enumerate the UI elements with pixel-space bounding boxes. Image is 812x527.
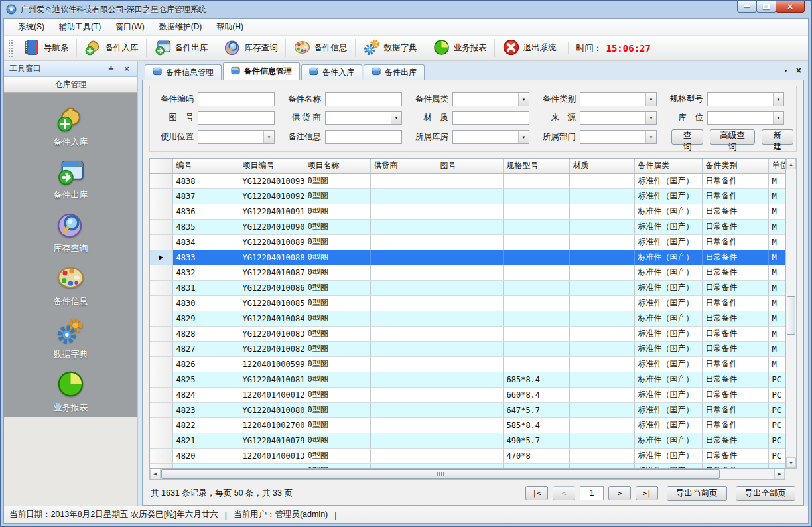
toolbar-button-inbound[interactable]: 备件入库: [78, 37, 145, 60]
field-input[interactable]: [198, 92, 275, 106]
toolbar-button-query[interactable]: 库存查询: [218, 37, 284, 60]
query-button[interactable]: 查询: [671, 129, 703, 145]
column-header[interactable]: 项目编号: [239, 159, 304, 173]
toolbar-button-outbound[interactable]: 备件出库: [148, 37, 214, 60]
field-select[interactable]: ▼: [452, 130, 529, 144]
column-header[interactable]: 备件属类: [634, 159, 702, 173]
scroll-down-icon[interactable]: ▼: [786, 457, 796, 468]
scroll-left-icon[interactable]: ◀: [150, 469, 161, 479]
table-row[interactable]: 4828YG122040100830型圈标准件（国产）日常备件M: [150, 326, 785, 341]
menu-item[interactable]: 数据维护(D): [152, 19, 210, 35]
pin-icon[interactable]: [105, 64, 116, 74]
field-select[interactable]: ▼: [707, 111, 784, 125]
tab-2[interactable]: 备件入库: [301, 64, 362, 80]
sidebar-item-query[interactable]: 库存查询: [54, 210, 88, 254]
tab-bar-controls: ▼ ×: [783, 66, 801, 75]
table-row[interactable]: 0型圈标准件（国产）日常备件: [150, 463, 785, 469]
cell: M: [768, 326, 785, 341]
table-row[interactable]: 4831YG122040100860型圈标准件（国产）日常备件M: [150, 280, 785, 295]
toolbar-button-palette[interactable]: 备件信息: [287, 37, 354, 60]
column-header[interactable]: 材质: [569, 159, 634, 173]
table-row[interactable]: 4823YG122040100800型圈647*5.7标准件（国产）日常备件PC: [150, 402, 785, 417]
menu-item[interactable]: 窗口(W): [108, 19, 151, 35]
tab-3[interactable]: 备件出库: [364, 64, 425, 80]
tab-close-icon[interactable]: ×: [796, 66, 801, 75]
sidebar-item-gears[interactable]: 数据字典: [54, 316, 88, 360]
warehouse-management-section[interactable]: 仓库管理: [4, 77, 137, 93]
field-select[interactable]: ▼: [198, 130, 275, 144]
scroll-right-icon[interactable]: ▶: [774, 469, 785, 479]
column-header[interactable]: 单位: [768, 159, 785, 173]
field-select[interactable]: ▼: [452, 92, 529, 106]
horizontal-scrollbar[interactable]: ◀ ▶: [149, 469, 785, 480]
field-select[interactable]: ▼: [325, 111, 402, 125]
page-number-input[interactable]: [580, 486, 604, 500]
field-select[interactable]: ▼: [707, 92, 784, 106]
table-row[interactable]: 4833YG122040100880型圈标准件（国产）日常备件M: [150, 250, 785, 265]
vertical-scrollbar[interactable]: ▲ ▼: [785, 158, 797, 469]
sidebar-item-outbound[interactable]: 备件出库: [54, 157, 88, 201]
tab-0[interactable]: 备件信息管理: [145, 64, 222, 80]
table-row[interactable]: 4832YG122040100870型圈标准件（国产）日常备件M: [150, 265, 785, 280]
new-button[interactable]: 新建: [762, 129, 793, 145]
sidebar-item-inbound[interactable]: 备件入库: [54, 104, 88, 148]
menu-item[interactable]: 辅助工具(T): [52, 19, 108, 35]
sidebar-item-pie[interactable]: 业务报表: [54, 369, 88, 414]
column-header[interactable]: 供货商: [370, 159, 437, 173]
advanced-query-button[interactable]: 高级查询: [710, 129, 755, 145]
field-select[interactable]: ▼: [580, 130, 657, 144]
table-row[interactable]: 4825YG122040100810型圈685*8.4标准件（国产）日常备件PC: [150, 372, 785, 387]
toolbar-button-gears[interactable]: 数据字典: [357, 37, 423, 60]
field-select[interactable]: ▼: [580, 92, 657, 106]
first-page-button[interactable]: |<: [525, 486, 548, 500]
table-row[interactable]: 482012204014000130型圈470*8标准件（国产）日常备件PC: [150, 448, 785, 463]
column-header[interactable]: 图号: [437, 159, 503, 173]
horizontal-scroll-track[interactable]: [161, 469, 774, 479]
field-input[interactable]: [325, 130, 402, 144]
table-row[interactable]: 4821YG122040100790型圈490*5.7标准件（国产）日常备件PC: [150, 433, 785, 448]
close-panel-icon[interactable]: ×: [121, 64, 132, 74]
table-row[interactable]: 482412204014000120型圈660*8.4标准件（国产）日常备件PC: [150, 387, 785, 402]
menu-item[interactable]: 系统(S): [11, 19, 52, 35]
vertical-scroll-track[interactable]: [786, 169, 796, 457]
vertical-scroll-thumb[interactable]: [787, 296, 795, 335]
tab-1[interactable]: 备件信息管理: [223, 62, 300, 80]
table-row[interactable]: 4838YG122040100930型圈标准件（国产）日常备件M: [150, 173, 785, 188]
sidebar-item-palette[interactable]: 备件信息: [54, 263, 88, 307]
column-header[interactable]: 规格型号: [503, 159, 569, 173]
table-row[interactable]: 4836YG122040100910型圈标准件（国产）日常备件M: [150, 204, 785, 219]
maximize-button[interactable]: [756, 1, 776, 13]
column-header[interactable]: 备件类别: [702, 159, 768, 173]
field-input[interactable]: [198, 111, 275, 125]
scroll-up-icon[interactable]: ▲: [786, 159, 796, 169]
cell: 585*8.4: [503, 417, 569, 433]
toolbar-button-pie[interactable]: 业务报表: [427, 37, 493, 60]
table-row[interactable]: 4837YG122040100920型圈标准件（国产）日常备件M: [150, 188, 785, 204]
tab-list-chevron-down-icon[interactable]: ▼: [783, 68, 788, 73]
field-input[interactable]: [325, 92, 402, 106]
table-row[interactable]: 4835YG122040100900型圈标准件（国产）日常备件M: [150, 219, 785, 234]
cell: 4831: [172, 280, 239, 295]
table-row[interactable]: 482212204010027000型圈585*8.4标准件（国产）日常备件PC: [150, 417, 785, 433]
toolbar-button-navbar[interactable]: 导航条: [17, 37, 75, 60]
table-row[interactable]: 4827YG122040100820型圈标准件（国产）日常备件M: [150, 341, 785, 356]
column-header[interactable]: 项目名称: [304, 159, 370, 173]
table-row[interactable]: 4834YG122040100890型圈标准件（国产）日常备件M: [150, 234, 785, 250]
table-row[interactable]: 482612204010005990型圈标准件（国产）日常备件M: [150, 356, 785, 372]
minimize-button[interactable]: [737, 1, 757, 13]
toolbar-button-exit[interactable]: 退出系统: [496, 37, 563, 60]
last-page-button[interactable]: >|: [636, 486, 658, 500]
prev-page-button[interactable]: <: [553, 486, 575, 500]
field-input[interactable]: [452, 111, 529, 125]
field-select[interactable]: ▼: [580, 111, 657, 125]
export-all-pages-button[interactable]: 导出全部页: [736, 486, 796, 501]
toolbar-grip[interactable]: [8, 39, 13, 58]
menu-item[interactable]: 帮助(H): [209, 19, 251, 35]
close-button[interactable]: ×: [776, 1, 805, 13]
column-header[interactable]: 编号: [172, 159, 239, 173]
table-row[interactable]: 4829YG122040100840型圈标准件（国产）日常备件M: [150, 311, 785, 326]
next-page-button[interactable]: >: [608, 486, 631, 500]
horizontal-scroll-thumb[interactable]: [161, 469, 720, 479]
export-current-page-button[interactable]: 导出当前页: [667, 486, 727, 501]
table-row[interactable]: 4830YG122040100850型圈标准件（国产）日常备件M: [150, 295, 785, 311]
